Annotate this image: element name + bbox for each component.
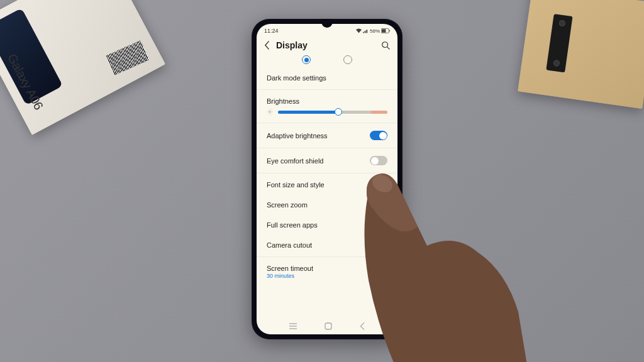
page-title: Display (276, 40, 375, 50)
signal-icon (363, 28, 369, 33)
phone-screen: 11:24 58% Display Dark mode settings Bri… (257, 24, 397, 334)
screen-timeout-item[interactable]: Screen timeout 30 minutes (267, 258, 387, 280)
brightness-label: Brightness (267, 91, 387, 105)
svg-line-4 (387, 47, 390, 50)
divider (257, 173, 397, 173)
back-icon[interactable] (264, 41, 270, 50)
hinge-icon (546, 14, 572, 72)
svg-line-10 (268, 110, 269, 111)
adaptive-brightness-row[interactable]: Adaptive brightness (267, 124, 387, 146)
svg-point-5 (269, 111, 271, 113)
svg-rect-1 (382, 29, 386, 32)
wifi-icon (356, 28, 362, 33)
eye-comfort-row[interactable]: Eye comfort shield (267, 150, 387, 172)
dark-mode-settings-item[interactable]: Dark mode settings (267, 68, 387, 88)
product-box: Galaxy A06 (0, 0, 165, 135)
recents-button[interactable] (289, 322, 297, 330)
sun-icon (267, 109, 273, 115)
eye-comfort-toggle[interactable] (370, 156, 387, 165)
home-button[interactable] (324, 322, 333, 331)
brightness-slider[interactable] (278, 111, 387, 114)
screen-timeout-value: 30 minutes (267, 273, 387, 279)
search-icon[interactable] (381, 41, 390, 50)
dark-mode-radio[interactable] (343, 55, 352, 64)
fullscreen-apps-item[interactable]: Full screen apps (267, 215, 387, 235)
svg-line-12 (268, 113, 269, 114)
screen-zoom-item[interactable]: Screen zoom (267, 195, 387, 215)
brightness-slider-thumb[interactable] (335, 108, 342, 116)
svg-line-13 (271, 110, 272, 111)
eye-comfort-label: Eye comfort shield (267, 157, 323, 165)
svg-line-11 (271, 113, 272, 114)
adaptive-brightness-toggle[interactable] (370, 131, 387, 140)
page-header: Display (257, 36, 397, 55)
font-size-item[interactable]: Font size and style (267, 175, 387, 195)
battery-icon (381, 28, 390, 33)
brightness-slider-row (267, 105, 387, 121)
status-time: 11:24 (264, 28, 279, 34)
phone-frame: 11:24 58% Display Dark mode settings Bri… (252, 19, 402, 339)
divider (257, 123, 397, 123)
box-surface: Galaxy A06 (0, 0, 165, 135)
status-icons: 58% (356, 28, 390, 34)
svg-rect-17 (325, 323, 331, 329)
svg-point-3 (382, 42, 388, 48)
nav-bar (257, 318, 397, 334)
svg-rect-2 (389, 30, 390, 32)
wooden-crate (518, 0, 644, 109)
camera-cutout-item[interactable]: Camera cutout (267, 235, 387, 255)
battery-percent: 58% (370, 28, 380, 34)
divider (257, 256, 397, 257)
barcode-icon (106, 40, 150, 75)
light-mode-radio[interactable] (302, 55, 311, 64)
divider (257, 148, 397, 148)
divider (257, 89, 397, 90)
settings-list: Dark mode settings Brightness Adaptive b… (257, 55, 397, 318)
theme-mode-row (267, 55, 387, 68)
screen-timeout-label: Screen timeout (267, 265, 387, 272)
nav-back-button[interactable] (359, 322, 365, 331)
adaptive-brightness-label: Adaptive brightness (267, 132, 328, 140)
